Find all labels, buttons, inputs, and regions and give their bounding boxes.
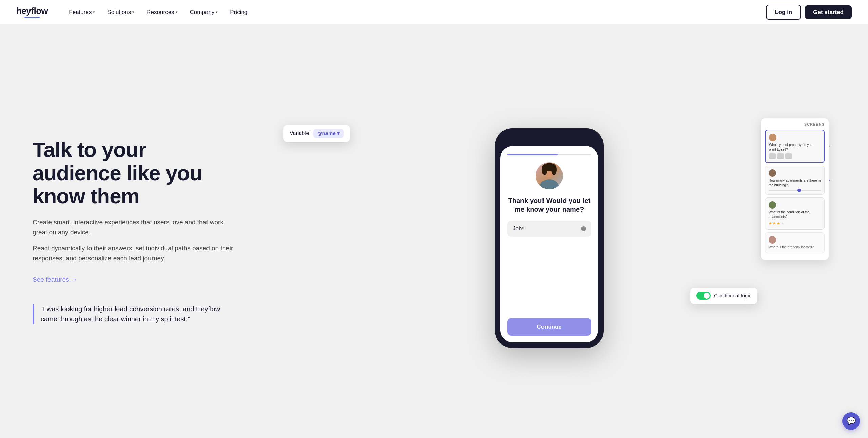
chevron-down-icon: ▾ <box>132 10 134 14</box>
screen-text-3: What is the condition of the apartments? <box>769 210 821 220</box>
nav-features[interactable]: Features ▾ <box>64 6 100 18</box>
nav-company[interactable]: Company ▾ <box>185 6 223 18</box>
screen-icons-1 <box>769 153 821 159</box>
phone-input-value: Johⁿ <box>513 225 524 232</box>
nav-links: Features ▾ Solutions ▾ Resources ▾ Compa… <box>64 6 766 18</box>
hero-content: Talk to your audience like you know them… <box>33 138 236 324</box>
property-icon-3 <box>785 153 792 159</box>
hero-illustration: Variable: @name ▾ <box>236 108 835 348</box>
navigation: heyflow Features ▾ Solutions ▾ Resources… <box>0 0 868 24</box>
chevron-down-icon: ▾ <box>337 130 340 137</box>
screen-item-1[interactable]: What type of property do you want to sel… <box>765 130 825 163</box>
screen-item-3[interactable]: What is the condition of the apartments?… <box>765 197 825 230</box>
avatar-image <box>536 162 563 189</box>
login-button[interactable]: Log in <box>766 5 801 20</box>
screen-stars-3: ★ ★ ★ ★ <box>769 221 821 226</box>
chevron-down-icon: ▾ <box>176 10 178 14</box>
hero-section: Talk to your audience like you know them… <box>0 24 868 438</box>
star-2: ★ <box>773 221 776 226</box>
svg-point-1 <box>540 179 559 189</box>
phone-question-text: Thank you! Would you let me know your na… <box>507 196 591 214</box>
screen-item-2[interactable]: How many apartments are there in the bui… <box>765 166 825 195</box>
arrow-connector-1: ← <box>827 142 833 150</box>
screens-panel-title: SCREENS <box>765 122 825 126</box>
conditional-logic-badge: Conditional logic <box>690 288 757 304</box>
screen-item-4[interactable]: Where's the property located? <box>765 232 825 253</box>
star-1: ★ <box>769 221 772 226</box>
screens-panel: SCREENS What type of property do you wan… <box>761 118 829 260</box>
variable-badge: @name ▾ <box>313 129 344 138</box>
hero-desc1: Create smart, interactive experiences th… <box>33 217 236 238</box>
property-icon-1 <box>769 153 776 159</box>
star-4: ★ <box>781 221 784 226</box>
testimonial-text: “I was looking for higher lead conversio… <box>41 304 236 324</box>
screen-text-4: Where's the property located? <box>769 245 821 250</box>
phone-mockup: Thank you! Would you let me know your na… <box>495 128 604 348</box>
phone-progress-fill <box>507 154 558 155</box>
arrow-connector-2: ← <box>828 176 834 184</box>
text-cursor <box>581 226 586 231</box>
svg-point-4 <box>542 164 547 175</box>
screen-avatar-1 <box>769 134 776 141</box>
screen-avatar-2 <box>769 169 776 177</box>
toggle-switch[interactable] <box>696 292 711 300</box>
screen-avatar-3 <box>769 201 776 209</box>
nav-pricing[interactable]: Pricing <box>225 6 252 18</box>
variable-tooltip: Variable: @name ▾ <box>283 125 350 142</box>
svg-point-5 <box>551 164 557 175</box>
screen-text-2: How many apartments are there in the bui… <box>769 178 821 188</box>
chat-bubble[interactable]: 💬 <box>842 412 860 430</box>
chat-icon: 💬 <box>847 417 856 425</box>
chevron-down-icon: ▾ <box>93 10 95 14</box>
toggle-thumb <box>704 293 710 299</box>
chevron-down-icon: ▾ <box>216 10 218 14</box>
screen-text-1: What type of property do you want to sel… <box>769 143 821 152</box>
see-features-link[interactable]: See features → <box>33 276 236 284</box>
star-3: ★ <box>777 221 780 226</box>
property-icon-2 <box>777 153 784 159</box>
hero-desc2: React dynamically to their answers, set … <box>33 243 236 264</box>
avatar <box>536 162 563 189</box>
variable-label: Variable: <box>290 130 311 137</box>
phone-progress-bar <box>507 154 591 155</box>
screen-slider-2 <box>769 190 821 191</box>
nav-actions: Log in Get started <box>766 5 852 20</box>
phone-notch <box>532 134 566 143</box>
nav-solutions[interactable]: Solutions ▾ <box>102 6 139 18</box>
get-started-button[interactable]: Get started <box>805 5 852 19</box>
phone-input[interactable]: Johⁿ <box>507 221 591 237</box>
hero-title: Talk to your audience like you know them <box>33 138 236 208</box>
logo[interactable]: heyflow <box>16 6 48 18</box>
phone-screen: Thank you! Would you let me know your na… <box>500 146 598 342</box>
slider-thumb-2 <box>797 189 801 192</box>
logo-smile <box>23 15 41 18</box>
conditional-logic-label: Conditional logic <box>714 293 751 298</box>
testimonial-block: “I was looking for higher lead conversio… <box>33 304 236 324</box>
screen-avatar-4 <box>769 236 776 244</box>
continue-button[interactable]: Continue <box>507 318 591 336</box>
nav-resources[interactable]: Resources ▾ <box>142 6 182 18</box>
